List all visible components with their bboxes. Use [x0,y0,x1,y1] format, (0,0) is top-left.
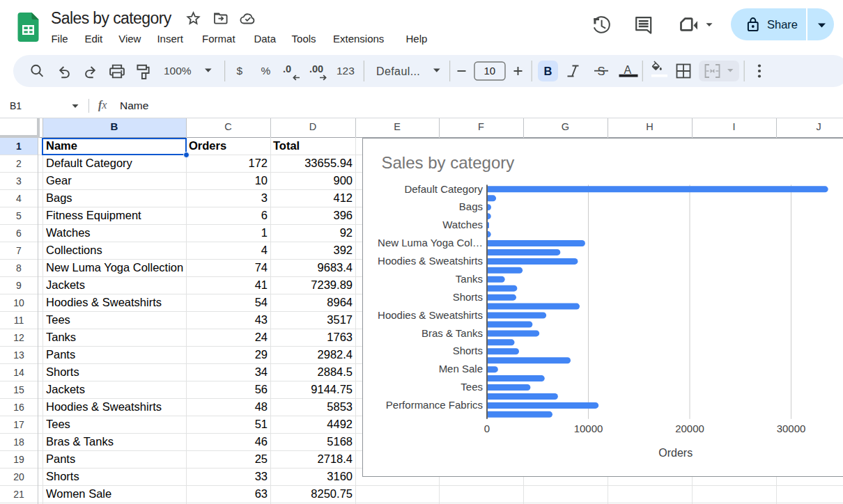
svg-text:Tanks: Tanks [456,273,483,285]
svg-text:123: 123 [337,65,355,77]
svg-text:Watches: Watches [442,219,483,230]
svg-text:Shorts: Shorts [453,345,483,356]
svg-text:30000: 30000 [777,423,806,434]
svg-text:%: % [261,65,271,77]
svg-text:A: A [624,63,632,75]
svg-text:Orders: Orders [658,447,693,459]
svg-text:New Luma Yoga Col…: New Luma Yoga Col… [378,237,483,249]
svg-text:Hoodies & Sweatshirts: Hoodies & Sweatshirts [378,255,483,267]
svg-text:$: $ [237,65,243,77]
svg-text:Defaul...: Defaul... [376,65,420,77]
svg-text:Men Sale: Men Sale [439,363,483,375]
svg-text:10: 10 [484,65,496,77]
svg-text:.0: .0 [283,63,291,74]
svg-text:Bags: Bags [459,200,483,212]
svg-text:Tees: Tees [461,381,483,393]
svg-text:.00: .00 [309,63,323,74]
svg-text:20000: 20000 [675,423,704,434]
svg-text:B: B [544,65,552,77]
svg-text:Bras & Tanks: Bras & Tanks [422,327,483,339]
svg-text:Hoodies & Sweatshirts: Hoodies & Sweatshirts [378,309,483,321]
svg-text:10000: 10000 [574,423,603,434]
svg-text:Shorts: Shorts [453,291,483,303]
svg-text:Performance Fabrics: Performance Fabrics [386,399,483,411]
svg-text:0: 0 [484,423,490,434]
svg-text:100%: 100% [164,65,192,77]
svg-text:Default Category: Default Category [404,183,483,195]
